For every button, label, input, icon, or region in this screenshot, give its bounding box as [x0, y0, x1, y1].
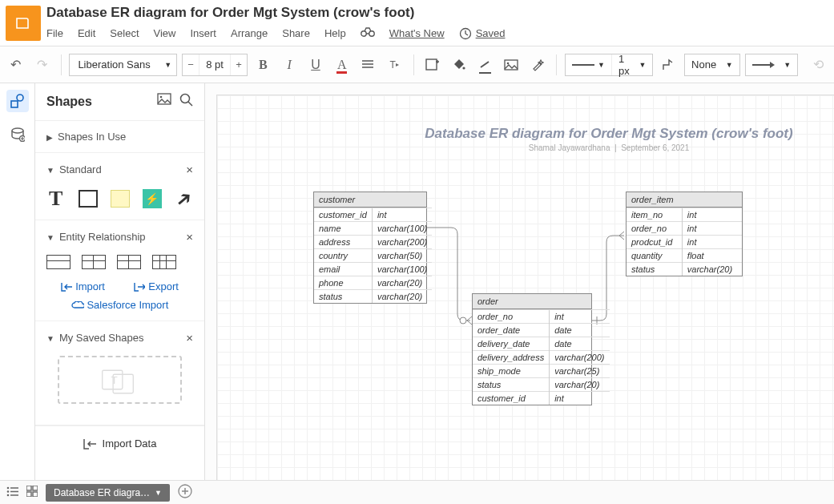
image-icon[interactable]: [157, 93, 171, 111]
entity-customer[interactable]: customer customer_idint namevarchar(100)…: [313, 192, 427, 304]
note-shape[interactable]: [111, 187, 130, 210]
border-color-button[interactable]: [474, 53, 496, 77]
font-select[interactable]: Liberation Sans▼: [69, 54, 177, 76]
bold-button[interactable]: B: [252, 53, 274, 77]
entity-order[interactable]: order order_noint order_datedate deliver…: [472, 293, 592, 405]
fill-color-button[interactable]: [448, 53, 469, 77]
svg-rect-25: [26, 492, 31, 497]
chevron-down-icon[interactable]: ▼: [155, 489, 162, 497]
svg-rect-13: [158, 94, 171, 104]
menu-file[interactable]: File: [46, 27, 63, 39]
underline-button[interactable]: U: [305, 53, 327, 77]
er-entity-3[interactable]: [117, 255, 141, 269]
salesforce-import-button[interactable]: Salesforce Import: [46, 299, 193, 311]
svg-rect-23: [26, 486, 31, 490]
font-value: Liberation Sans: [78, 58, 150, 71]
canvas[interactable]: Database ER diagram for Order Mgt System…: [216, 95, 834, 480]
saved-status[interactable]: Saved: [459, 27, 506, 40]
close-icon[interactable]: ×: [186, 230, 193, 244]
image-button[interactable]: [501, 53, 522, 77]
diagram-title[interactable]: Database ER diagram for Order Mgt System…: [217, 126, 834, 142]
import-data-button[interactable]: Import Data: [35, 425, 204, 461]
menu-arrange[interactable]: Arrange: [231, 27, 268, 39]
shapes-sidebar: Shapes ▶Shapes In Use ▼Standard× T ⚡ ➔ ▼…: [35, 83, 205, 480]
redo-button[interactable]: ↷: [31, 53, 53, 77]
binoculars-icon[interactable]: [361, 26, 375, 40]
entity-header[interactable]: customer: [314, 192, 426, 208]
section-standard[interactable]: ▼Standard×: [46, 163, 193, 176]
menu-select[interactable]: Select: [110, 27, 139, 39]
svg-text:T: T: [111, 374, 118, 386]
arrow-shape[interactable]: ➔: [169, 184, 198, 214]
data-panel-button[interactable]: [6, 123, 29, 146]
italic-button[interactable]: I: [279, 53, 300, 77]
action-shape[interactable]: ⚡: [143, 187, 162, 210]
size-value[interactable]: 8 pt: [199, 54, 231, 75]
section-entity-relationship[interactable]: ▼Entity Relationship×: [46, 230, 193, 244]
whats-new-link[interactable]: What's New: [389, 27, 445, 39]
er-entity-4[interactable]: [152, 255, 176, 269]
menu-edit[interactable]: Edit: [78, 27, 95, 39]
menu-view[interactable]: View: [154, 27, 176, 39]
diagram-subtitle[interactable]: Shamal Jayawardhana | September 6, 2021: [217, 143, 834, 152]
sidebar-title: Shapes: [46, 95, 92, 109]
saved-shapes-dropzone[interactable]: T: [58, 356, 182, 404]
svg-point-0: [361, 31, 365, 36]
arrow-start-select[interactable]: None ▼: [684, 54, 740, 76]
export-shapes-button[interactable]: Export: [134, 280, 179, 292]
undo-button[interactable]: ↶: [5, 53, 26, 77]
text-options-button[interactable]: T▸: [384, 53, 405, 77]
svg-point-20: [7, 487, 10, 490]
text-color-button[interactable]: A: [331, 53, 353, 77]
entity-header[interactable]: order_item: [627, 192, 742, 208]
line-path-button[interactable]: [658, 53, 679, 77]
magic-button[interactable]: [526, 53, 548, 77]
align-button[interactable]: [357, 53, 379, 77]
saved-label: Saved: [476, 27, 506, 39]
import-shapes-button[interactable]: Import: [61, 280, 105, 292]
svg-point-10: [17, 95, 23, 101]
svg-point-1: [369, 31, 373, 36]
shapes-panel-button[interactable]: [6, 90, 29, 112]
arrow-start-value: None: [691, 58, 716, 71]
font-size-stepper[interactable]: − 8 pt +: [182, 54, 248, 76]
svg-rect-24: [33, 486, 38, 490]
shape-add-button[interactable]: [421, 53, 443, 77]
size-decrease-button[interactable]: −: [183, 58, 199, 71]
section-my-saved-shapes[interactable]: ▼My Saved Shapes×: [46, 331, 193, 345]
text-shape[interactable]: T: [46, 187, 66, 210]
er-entity-2[interactable]: [82, 255, 106, 269]
close-icon[interactable]: ×: [186, 163, 193, 176]
menu-share[interactable]: Share: [282, 27, 310, 39]
svg-rect-9: [11, 101, 18, 107]
menu-help[interactable]: Help: [324, 27, 346, 39]
relationship-lines: [217, 95, 834, 480]
svg-point-11: [12, 128, 23, 133]
menu-insert[interactable]: Insert: [190, 27, 216, 39]
list-view-icon[interactable]: [6, 486, 18, 499]
add-page-button[interactable]: [178, 484, 192, 501]
canvas-viewport[interactable]: Database ER diagram for Order Mgt System…: [205, 83, 834, 480]
page-tab[interactable]: Database ER diagra… ▼: [46, 484, 170, 502]
document-title[interactable]: Database ER diagram for Order Mgt System…: [46, 5, 834, 21]
line-style-select[interactable]: ▼ 1 px ▼: [565, 54, 653, 76]
entity-header[interactable]: order: [473, 294, 591, 309]
formatting-toolbar: ↶ ↷ Liberation Sans▼ − 8 pt + B I U A T▸…: [0, 46, 834, 83]
search-icon[interactable]: [179, 93, 193, 111]
app-logo[interactable]: [6, 6, 41, 41]
grid-view-icon[interactable]: [26, 486, 38, 499]
clock-icon: [459, 27, 472, 40]
size-increase-button[interactable]: +: [231, 58, 247, 71]
svg-point-4: [462, 67, 465, 69]
menu-bar: File Edit Select View Insert Arrange Sha…: [46, 26, 834, 40]
er-entity-1[interactable]: [46, 255, 71, 269]
svg-point-22: [7, 494, 10, 497]
svg-rect-3: [426, 59, 437, 70]
arrow-end-select[interactable]: ▼: [745, 54, 799, 76]
rectangle-shape[interactable]: [79, 187, 98, 210]
close-icon[interactable]: ×: [186, 331, 193, 345]
section-shapes-in-use[interactable]: ▶Shapes In Use: [46, 131, 193, 143]
sync-button[interactable]: ⟲: [808, 53, 829, 77]
entity-order-item[interactable]: order_item item_noint order_noint prodcu…: [626, 192, 743, 276]
svg-point-14: [160, 96, 163, 99]
